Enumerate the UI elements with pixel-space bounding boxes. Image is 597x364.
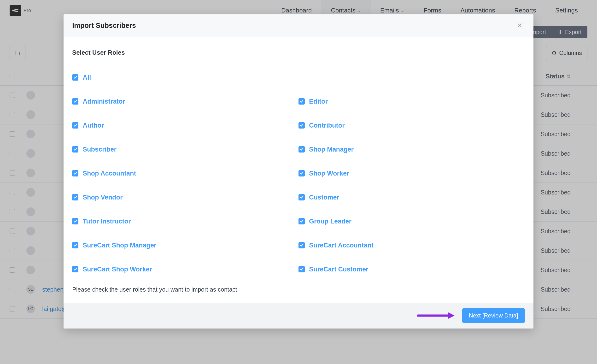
- modal-footer: Next [Review Data]: [63, 303, 534, 329]
- checkbox-checked-icon[interactable]: [72, 74, 79, 80]
- role-label: Administrator: [83, 98, 125, 105]
- role-label: SureCart Shop Worker: [83, 266, 152, 273]
- role-item[interactable]: Shop Accountant: [72, 161, 298, 185]
- section-title: Select User Roles: [72, 49, 525, 56]
- checkbox-checked-icon[interactable]: [298, 122, 305, 128]
- checkbox-checked-icon[interactable]: [72, 122, 79, 128]
- modal-title: Import Subscribers: [72, 22, 136, 30]
- role-all[interactable]: All: [72, 65, 525, 89]
- role-item[interactable]: Tutor Instructor: [72, 209, 298, 233]
- checkbox-checked-icon[interactable]: [72, 170, 79, 176]
- role-label: SureCart Accountant: [309, 242, 374, 249]
- modal-header: Import Subscribers ✕: [63, 14, 534, 37]
- checkbox-checked-icon[interactable]: [72, 266, 79, 272]
- role-item[interactable]: SureCart Customer: [298, 257, 525, 281]
- checkbox-checked-icon[interactable]: [298, 242, 305, 248]
- checkbox-checked-icon[interactable]: [72, 98, 79, 104]
- checkbox-checked-icon[interactable]: [72, 242, 79, 248]
- roles-grid: All AdministratorEditorAuthorContributor…: [72, 65, 525, 281]
- role-label: SureCart Shop Manager: [83, 242, 157, 249]
- role-label: All: [83, 74, 91, 81]
- role-item[interactable]: Customer: [298, 185, 525, 209]
- checkbox-checked-icon[interactable]: [298, 218, 305, 224]
- role-item[interactable]: Shop Worker: [298, 161, 525, 185]
- role-item[interactable]: Contributor: [298, 113, 525, 137]
- role-label: Author: [83, 122, 104, 129]
- role-item[interactable]: Author: [72, 113, 298, 137]
- role-label: Shop Accountant: [83, 170, 136, 177]
- role-label: Customer: [309, 194, 339, 201]
- close-icon[interactable]: ✕: [515, 21, 525, 31]
- checkbox-checked-icon[interactable]: [298, 266, 305, 272]
- next-review-data-button[interactable]: Next [Review Data]: [462, 308, 525, 323]
- checkbox-checked-icon[interactable]: [72, 218, 79, 224]
- role-label: Shop Vendor: [83, 194, 123, 201]
- checkbox-checked-icon[interactable]: [298, 98, 305, 104]
- role-item[interactable]: Shop Manager: [298, 137, 525, 161]
- role-item[interactable]: Shop Vendor: [72, 185, 298, 209]
- modal-body: Select User Roles All AdministratorEdito…: [63, 37, 534, 303]
- help-text: Please check the user roles that you wan…: [72, 286, 525, 293]
- role-label: Group Leader: [309, 218, 352, 225]
- svg-marker-1: [448, 312, 455, 319]
- role-item[interactable]: Subscriber: [72, 137, 298, 161]
- modal-overlay: Import Subscribers ✕ Select User Roles A…: [0, 0, 597, 364]
- checkbox-checked-icon[interactable]: [298, 170, 305, 176]
- import-subscribers-modal: Import Subscribers ✕ Select User Roles A…: [63, 14, 534, 329]
- arrow-annotation-icon: [417, 311, 455, 320]
- role-item[interactable]: Administrator: [72, 89, 298, 113]
- role-label: SureCart Customer: [309, 266, 369, 273]
- role-item[interactable]: SureCart Accountant: [298, 233, 525, 257]
- role-item[interactable]: SureCart Shop Manager: [72, 233, 298, 257]
- role-label: Contributor: [309, 122, 345, 129]
- role-label: Subscriber: [83, 146, 117, 153]
- role-item[interactable]: Group Leader: [298, 209, 525, 233]
- checkbox-checked-icon[interactable]: [72, 194, 79, 200]
- checkbox-checked-icon[interactable]: [298, 146, 305, 152]
- role-label: Editor: [309, 98, 328, 105]
- checkbox-checked-icon[interactable]: [298, 194, 305, 200]
- role-label: Tutor Instructor: [83, 218, 131, 225]
- checkbox-checked-icon[interactable]: [72, 146, 79, 152]
- role-label: Shop Worker: [309, 170, 349, 177]
- role-label: Shop Manager: [309, 146, 354, 153]
- role-item[interactable]: SureCart Shop Worker: [72, 257, 298, 281]
- role-item[interactable]: Editor: [298, 89, 525, 113]
